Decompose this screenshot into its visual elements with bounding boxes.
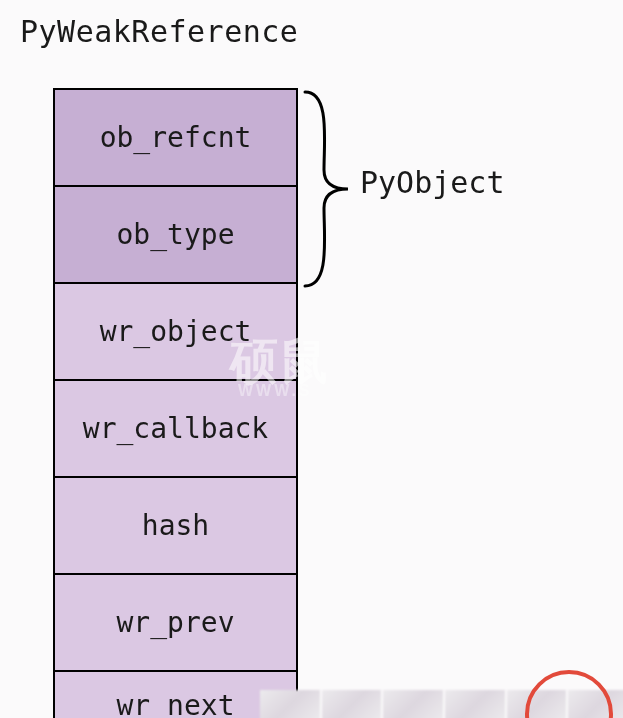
field-wr-object: wr_object bbox=[53, 282, 298, 379]
field-label: hash bbox=[142, 509, 209, 542]
field-hash: hash bbox=[53, 476, 298, 573]
decorative-red-circle bbox=[525, 670, 613, 718]
field-label: wr_next bbox=[116, 689, 234, 718]
field-label: wr_object bbox=[100, 315, 252, 348]
struct-title: PyWeakReference bbox=[20, 14, 298, 49]
struct-layout: ob_refcnt ob_type wr_object wr_callback … bbox=[53, 88, 298, 718]
field-label: wr_callback bbox=[83, 412, 268, 445]
field-label: ob_refcnt bbox=[100, 121, 252, 154]
header-group-label: PyObject bbox=[360, 165, 505, 200]
field-label: ob_type bbox=[116, 218, 234, 251]
field-wr-prev: wr_prev bbox=[53, 573, 298, 670]
field-label: wr_prev bbox=[116, 606, 234, 639]
brace-icon bbox=[300, 90, 360, 288]
field-wr-callback: wr_callback bbox=[53, 379, 298, 476]
field-ob-refcnt: ob_refcnt bbox=[53, 88, 298, 185]
field-ob-type: ob_type bbox=[53, 185, 298, 282]
diagram-canvas: PyWeakReference ob_refcnt ob_type wr_obj… bbox=[0, 0, 623, 718]
